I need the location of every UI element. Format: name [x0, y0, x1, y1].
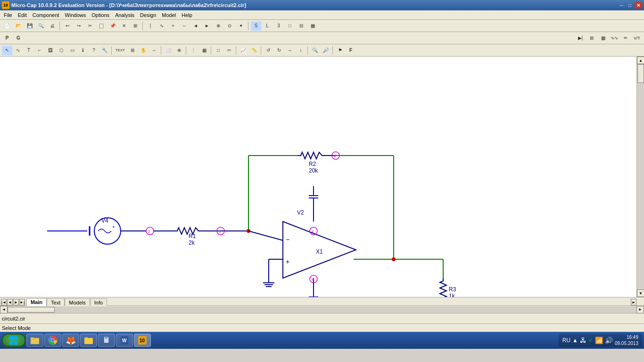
tab-prev-button[interactable]: ◄: [7, 299, 13, 305]
tb-hand[interactable]: ✋: [138, 46, 149, 55]
tb-save[interactable]: 💾: [25, 21, 35, 31]
tb-view3[interactable]: ▦: [307, 21, 318, 31]
tb-run4[interactable]: ∿∿: [609, 33, 619, 43]
scroll-thumb-v[interactable]: [637, 64, 644, 83]
tb-dots[interactable]: ⋮: [188, 46, 198, 55]
tb-info[interactable]: ℹ: [78, 46, 88, 55]
tab-models[interactable]: Models: [65, 298, 90, 306]
menu-file[interactable]: File: [1, 11, 15, 19]
menu-component[interactable]: Component: [30, 11, 62, 19]
tb-grid2[interactable]: ⊞: [127, 46, 138, 55]
tb-component3[interactable]: ✦: [236, 21, 246, 31]
tab-main[interactable]: Main: [26, 298, 47, 306]
tb-pan[interactable]: ↔: [149, 46, 159, 55]
minimize-button[interactable]: ─: [618, 2, 625, 8]
tb-box-sel[interactable]: ⬜: [163, 46, 173, 55]
tb-props[interactable]: 🔧: [99, 46, 110, 55]
tb-cross[interactable]: ⊕: [174, 46, 184, 55]
scroll-left-button[interactable]: ◄: [0, 306, 8, 313]
tb-run5[interactable]: ✏: [620, 33, 631, 43]
tb-paste[interactable]: 📌: [107, 21, 118, 31]
tb-run2[interactable]: ⊞: [586, 33, 597, 43]
vertical-scrollbar[interactable]: ▲ ▼: [636, 57, 644, 297]
tb-undo[interactable]: ↩: [62, 21, 73, 31]
scroll-right-button[interactable]: ►: [636, 306, 644, 313]
tb-p-btn[interactable]: P: [2, 33, 12, 43]
tb-text-tool[interactable]: T: [24, 46, 34, 55]
tab-scroll-right[interactable]: ►: [631, 299, 636, 305]
tb-border[interactable]: □: [213, 46, 223, 55]
scroll-track-v[interactable]: [637, 64, 644, 289]
tb-select[interactable]: ↖: [2, 46, 12, 55]
tb-delete[interactable]: ✕: [119, 21, 129, 31]
tb-g-btn[interactable]: G: [13, 33, 24, 43]
tb-marker[interactable]: ⚑: [335, 46, 345, 55]
tb-angle[interactable]: ⌐: [34, 46, 45, 55]
tb-run3[interactable]: ▦: [598, 33, 608, 43]
tb-rotate-r[interactable]: ↻: [274, 46, 284, 55]
scroll-up-button[interactable]: ▲: [637, 57, 644, 64]
start-button[interactable]: [2, 334, 25, 347]
tab-first-button[interactable]: |◄: [1, 299, 7, 305]
tray-clock[interactable]: 16:49 09.05.2013: [615, 334, 638, 346]
tb-scissors[interactable]: ✂: [224, 46, 234, 55]
menu-analysis[interactable]: Analysis: [112, 11, 137, 19]
tb-vt[interactable]: V/T: [632, 33, 642, 43]
maximize-button[interactable]: □: [626, 2, 634, 8]
tb-matrix[interactable]: ▦: [199, 46, 209, 55]
tb-copy[interactable]: 📋: [96, 21, 107, 31]
tab-info[interactable]: Info: [90, 298, 107, 306]
tb-rect[interactable]: ▭: [67, 46, 77, 55]
schematic-canvas[interactable]: R3 1k R2 20k 3 V4 + 2: [0, 57, 636, 297]
tb-redo[interactable]: ↪: [74, 21, 84, 31]
tb-arrow-l[interactable]: ◄: [190, 21, 201, 31]
taskbar-word-button[interactable]: W: [116, 334, 133, 347]
tb-rotate-l[interactable]: ↺: [263, 46, 273, 55]
tb-find[interactable]: 🔍: [310, 46, 320, 55]
tab-last-button[interactable]: ►|: [19, 299, 25, 305]
tb-component1[interactable]: ⊕: [213, 21, 223, 31]
close-button[interactable]: ✕: [635, 2, 642, 8]
tb-cut[interactable]: ✂: [85, 21, 95, 31]
tb-run1[interactable]: ▶|: [575, 33, 586, 43]
tb-wire-tool[interactable]: ∿: [13, 46, 23, 55]
tb-graph[interactable]: 📈: [238, 46, 248, 55]
tray-arrow-icon[interactable]: ▲: [572, 337, 578, 344]
scroll-thumb-h[interactable]: [8, 307, 55, 313]
tb-text-label[interactable]: TEXT: [114, 46, 127, 55]
tb-arrow-lr[interactable]: ↔: [179, 21, 190, 31]
tb-component2[interactable]: ⊙: [224, 21, 235, 31]
taskbar-chrome-button[interactable]: [44, 334, 61, 347]
tb-print[interactable]: 🖨: [47, 21, 58, 31]
tb-wire[interactable]: |: [145, 21, 156, 31]
taskbar-explorer-button[interactable]: [26, 334, 43, 347]
tb-measure[interactable]: 📏: [249, 46, 259, 55]
scroll-track-h[interactable]: [8, 306, 636, 313]
tb-help-ctx[interactable]: ?: [89, 46, 99, 55]
tb-f-btn[interactable]: F: [346, 46, 356, 55]
tab-next-button[interactable]: ►: [13, 299, 19, 305]
menu-edit[interactable]: Edit: [15, 11, 30, 19]
tb-flip-v[interactable]: ↕: [296, 46, 306, 55]
tb-grid[interactable]: ⊞: [130, 21, 140, 31]
tb-arrow-r[interactable]: ►: [202, 21, 212, 31]
taskbar-folder-button[interactable]: [80, 334, 97, 347]
tb-find2[interactable]: 🔎: [321, 46, 331, 55]
taskbar-microcap-button[interactable]: 10: [134, 334, 151, 347]
horizontal-scrollbar[interactable]: ◄ ►: [0, 305, 644, 313]
taskbar-firefox-button[interactable]: 🦊: [62, 334, 79, 347]
menu-options[interactable]: Options: [89, 11, 112, 19]
menu-model[interactable]: Model: [159, 11, 179, 19]
tb-layout[interactable]: L: [262, 21, 272, 31]
tb-shape[interactable]: ⬡: [56, 46, 66, 55]
menu-help[interactable]: Help: [179, 11, 195, 19]
tb-sine[interactable]: ∿: [157, 21, 167, 31]
tb-open[interactable]: 📂: [13, 21, 24, 31]
menu-design[interactable]: Design: [137, 11, 159, 19]
scroll-down-button[interactable]: ▼: [637, 289, 644, 297]
tb-schematic[interactable]: S: [251, 21, 261, 31]
menu-windows[interactable]: Windows: [62, 11, 89, 19]
tb-view1[interactable]: □: [285, 21, 295, 31]
tab-text[interactable]: Text: [47, 298, 65, 306]
tb-print-preview[interactable]: 🔍: [36, 21, 46, 31]
